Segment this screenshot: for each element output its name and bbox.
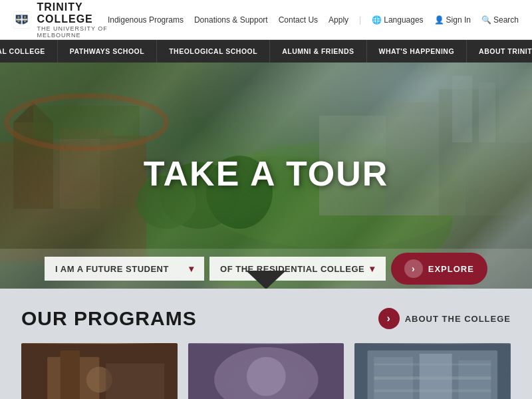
explore-button[interactable]: › EXPLORE xyxy=(391,253,487,285)
program-card-3[interactable] xyxy=(354,343,511,399)
nav-about[interactable]: ABOUT TRINITY COLLEGE xyxy=(467,40,532,63)
svg-point-5 xyxy=(17,20,20,23)
college-name: TRINITY COLLEGE xyxy=(37,1,107,25)
nav-residential[interactable]: RESIDENTIAL COLLEGE xyxy=(0,40,58,63)
svg-point-35 xyxy=(247,357,286,396)
search-link[interactable]: 🔍 Search xyxy=(481,15,519,25)
hero-section: TAKE A TOUR I AM A FUTURE STUDENT ▾ OF T… xyxy=(0,63,532,289)
program-cards xyxy=(21,343,511,399)
college-type-label: OF THE RESIDENTIAL COLLEGE xyxy=(220,264,364,274)
arrow-right-circle-icon: › xyxy=(378,308,400,329)
indigenous-programs-link[interactable]: Indigenous Programs xyxy=(108,15,184,25)
svg-rect-2 xyxy=(16,19,27,20)
student-type-selector[interactable]: I AM A FUTURE STUDENT ▾ xyxy=(45,257,204,281)
card-image-3 xyxy=(354,343,511,399)
logo-area: TRINITY COLLEGE THE UNIVERSITY OF MELBOU… xyxy=(13,1,108,39)
user-icon: 👤 xyxy=(434,15,444,25)
donations-link[interactable]: Donations & Support xyxy=(194,15,268,25)
svg-point-6 xyxy=(24,20,27,23)
top-bar: TRINITY COLLEGE THE UNIVERSITY OF MELBOU… xyxy=(0,0,532,40)
chevron-down-icon-2: ▾ xyxy=(370,263,375,274)
student-type-label: I AM A FUTURE STUDENT xyxy=(55,264,169,274)
search-icon: 🔍 xyxy=(481,15,491,25)
about-label: ABOUT THE COLLEGE xyxy=(405,314,511,324)
hero-arrow-indicator xyxy=(246,271,286,289)
svg-rect-41 xyxy=(374,376,491,380)
apply-link[interactable]: Apply xyxy=(329,15,348,25)
languages-link[interactable]: 🌐 Languages xyxy=(372,15,423,25)
about-college-button[interactable]: › ABOUT THE COLLEGE xyxy=(378,308,511,329)
svg-rect-43 xyxy=(374,390,491,392)
college-type-selector[interactable]: OF THE RESIDENTIAL COLLEGE ▾ xyxy=(209,257,386,281)
svg-point-4 xyxy=(24,15,27,18)
arrow-right-icon: › xyxy=(404,259,423,278)
top-nav: Indigenous Programs Donations & Support … xyxy=(108,15,519,25)
logo-crest-icon xyxy=(13,6,30,34)
card-image-2 xyxy=(188,343,344,399)
programs-header: OUR PROGRAMS › ABOUT THE COLLEGE xyxy=(21,307,511,330)
main-nav: RESIDENTIAL COLLEGE PATHWAYS SCHOOL THEO… xyxy=(0,40,532,63)
svg-rect-31 xyxy=(106,364,164,399)
nav-separator: | xyxy=(359,15,361,25)
programs-title: OUR PROGRAMS xyxy=(21,307,197,330)
card-image-1 xyxy=(21,343,178,399)
signin-link[interactable]: 👤 Sign In xyxy=(434,15,471,25)
programs-section: OUR PROGRAMS › ABOUT THE COLLEGE xyxy=(0,289,532,399)
program-card-1[interactable] xyxy=(21,343,178,399)
svg-rect-29 xyxy=(61,350,80,399)
nav-happening[interactable]: WHAT'S HAPPENING xyxy=(367,40,467,63)
svg-rect-42 xyxy=(374,364,491,366)
explore-label: EXPLORE xyxy=(428,264,474,274)
nav-alumni[interactable]: ALUMNI & FRIENDS xyxy=(270,40,366,63)
contact-link[interactable]: Contact Us xyxy=(279,15,318,25)
nav-theological[interactable]: THEOLOGICAL SCHOOL xyxy=(157,40,270,63)
svg-point-3 xyxy=(17,15,20,18)
globe-icon: 🌐 xyxy=(372,15,382,25)
nav-pathways[interactable]: PATHWAYS SCHOOL xyxy=(58,40,157,63)
logo-text: TRINITY COLLEGE THE UNIVERSITY OF MELBOU… xyxy=(37,1,107,39)
hero-title: TAKE A TOUR xyxy=(144,154,389,194)
program-card-2[interactable] xyxy=(188,343,344,399)
svg-rect-39 xyxy=(420,354,452,399)
university-name: THE UNIVERSITY OF MELBOURNE xyxy=(37,25,107,39)
chevron-down-icon: ▾ xyxy=(189,263,194,274)
